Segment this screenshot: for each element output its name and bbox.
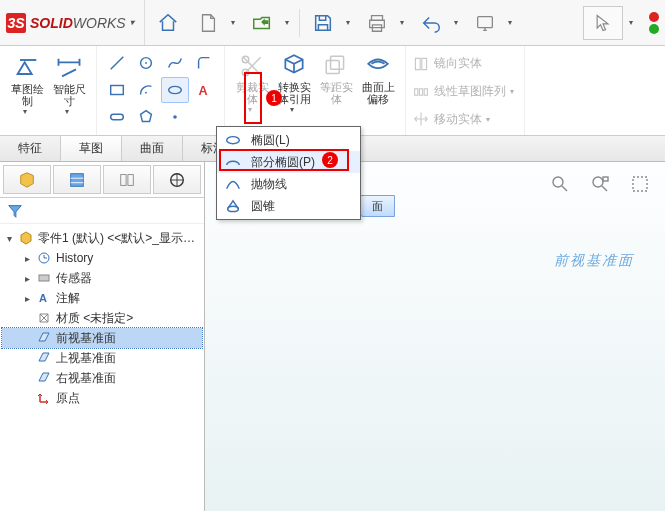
convert-entities-button[interactable]: 转换实体引用 ▾: [273, 50, 315, 131]
tree-annotations[interactable]: ▸ A 注解: [2, 288, 202, 308]
undo-dd[interactable]: ▾: [454, 18, 462, 27]
svg-rect-12: [331, 56, 344, 69]
smart-dimension-button[interactable]: 智能尺寸 ▾: [48, 50, 90, 131]
slot-tool-button[interactable]: [103, 104, 131, 130]
new-button[interactable]: [191, 6, 225, 40]
offset-entities-button[interactable]: 等距实体: [315, 50, 357, 131]
smart-dimension-label: 智能尺寸: [51, 83, 87, 107]
tree-top-plane[interactable]: 上视基准面: [2, 348, 202, 368]
select-tool-button[interactable]: [583, 6, 623, 40]
svg-rect-7: [111, 114, 124, 119]
status-green-icon: [649, 24, 659, 34]
app-logo: 3S SOLIDWORKS ▾: [6, 0, 145, 45]
plane-label: 前视基准面: [553, 252, 638, 270]
save-button[interactable]: [306, 6, 340, 40]
svg-point-2: [145, 62, 147, 64]
tab-sketch[interactable]: 草图: [61, 136, 122, 161]
tree-origin[interactable]: 原点: [2, 388, 202, 408]
tree-root[interactable]: ▾ 零件1 (默认) <<默认>_显示状态 1>: [2, 228, 202, 248]
document-tab[interactable]: 面: [360, 195, 395, 217]
fm-tab-dim[interactable]: [153, 165, 201, 194]
logo-text-b: WORKS: [73, 15, 126, 31]
sketch-button[interactable]: 草图绘制 ▾: [6, 50, 48, 131]
svg-point-8: [173, 115, 177, 119]
menu-partial-label: 部分椭圆(P): [251, 154, 315, 171]
svg-rect-11: [326, 61, 339, 74]
mirror-entities-button[interactable]: 镜向实体: [412, 52, 518, 76]
ellipse-tool-button[interactable]: [161, 77, 189, 103]
tab-feature[interactable]: 特征: [0, 136, 61, 161]
linear-pattern-button[interactable]: 线性草图阵列 ▾: [412, 80, 518, 104]
mirror-label: 镜向实体: [434, 55, 482, 72]
filter-icon[interactable]: [6, 202, 24, 220]
move-entities-button[interactable]: 移动实体 ▾: [412, 107, 518, 131]
fm-tab-tree[interactable]: [3, 165, 51, 194]
rectangle-tool-button[interactable]: [103, 77, 131, 103]
menu-partial-ellipse[interactable]: 部分椭圆(P): [217, 151, 360, 173]
svg-rect-17: [121, 174, 126, 185]
conic-icon: [223, 197, 243, 215]
arc-tool-button[interactable]: [132, 77, 160, 103]
menu-conic[interactable]: 圆锥: [217, 195, 360, 217]
text-tool-button[interactable]: A: [190, 77, 218, 103]
select-dd[interactable]: ▾: [629, 18, 637, 27]
fm-tab-property[interactable]: [53, 165, 101, 194]
tree-material[interactable]: 材质 <未指定>: [2, 308, 202, 328]
svg-text:A: A: [39, 292, 47, 304]
new-dd[interactable]: ▾: [231, 18, 239, 27]
polygon-tool-button[interactable]: [132, 104, 160, 130]
move-label: 移动实体: [434, 111, 482, 128]
tree-material-label: 材质 <未指定>: [56, 310, 133, 327]
open-dd[interactable]: ▾: [285, 18, 293, 27]
ellipse-icon: [223, 131, 243, 149]
tree-sensors-label: 传感器: [56, 270, 92, 287]
tab-surface[interactable]: 曲面: [122, 136, 183, 161]
open-button[interactable]: [245, 6, 279, 40]
smart-dim-chevron-icon: ▾: [65, 107, 73, 116]
title-bar: 3S SOLIDWORKS ▾ ▾ ▾ ▾ ▾ ▾ ▾ ▾: [0, 0, 665, 46]
chevron-down-icon[interactable]: ▾: [130, 18, 138, 27]
offset-curve-label: 曲面上偏移: [360, 81, 396, 105]
svg-rect-3: [111, 86, 124, 95]
sectioned-view-button[interactable]: [625, 172, 655, 196]
tree-front-plane[interactable]: 前视基准面: [2, 328, 202, 348]
svg-rect-18: [128, 174, 133, 185]
tree-sensors[interactable]: ▸ 传感器: [2, 268, 202, 288]
svg-rect-21: [39, 275, 49, 281]
menu-ellipse-label: 椭圆(L): [251, 132, 290, 149]
convert-label: 转换实体引用: [276, 81, 312, 105]
sketch-label: 草图绘制: [9, 83, 45, 107]
parabola-icon: [223, 175, 243, 193]
undo-button[interactable]: [414, 6, 448, 40]
home-button[interactable]: [151, 6, 185, 40]
tree-history[interactable]: ▸ History: [2, 248, 202, 268]
zoom-fit-button[interactable]: [545, 172, 575, 196]
tree-root-label: 零件1 (默认) <<默认>_显示状态 1>: [38, 230, 198, 247]
ribbon: 草图绘制 ▾ 智能尺寸 ▾ A 剪裁实体 ▾: [0, 46, 665, 136]
tree-right-plane[interactable]: 右视基准面: [2, 368, 202, 388]
offset-on-surface-button[interactable]: 曲面上偏移: [357, 50, 399, 131]
menu-ellipse[interactable]: 椭圆(L): [217, 129, 360, 151]
circle-tool-button[interactable]: [132, 50, 160, 76]
point-tool-button[interactable]: [161, 104, 189, 130]
fm-tab-config[interactable]: [103, 165, 151, 194]
status-lights: [649, 12, 659, 34]
view-dd[interactable]: ▾: [508, 18, 516, 27]
print-button[interactable]: [360, 6, 394, 40]
feature-manager: ▾ 零件1 (默认) <<默认>_显示状态 1> ▸ History ▸ 传感器…: [0, 162, 205, 511]
tree-front-label: 前视基准面: [56, 330, 116, 347]
tree-annotations-label: 注解: [56, 290, 80, 307]
zoom-area-button[interactable]: [585, 172, 615, 196]
spline-tool-button[interactable]: [161, 50, 189, 76]
svg-text:A: A: [199, 84, 208, 98]
fillet-tool-button[interactable]: [190, 50, 218, 76]
line-tool-button[interactable]: [103, 50, 131, 76]
save-dd[interactable]: ▾: [346, 18, 354, 27]
menu-parabola-label: 抛物线: [251, 176, 287, 193]
menu-parabola[interactable]: 抛物线: [217, 173, 360, 195]
print-dd[interactable]: ▾: [400, 18, 408, 27]
feature-tree: ▾ 零件1 (默认) <<默认>_显示状态 1> ▸ History ▸ 传感器…: [0, 224, 204, 511]
trim-button[interactable]: 剪裁实体 ▾: [231, 50, 273, 131]
view-button[interactable]: [468, 6, 502, 40]
logo-text-a: SOLID: [30, 15, 73, 31]
